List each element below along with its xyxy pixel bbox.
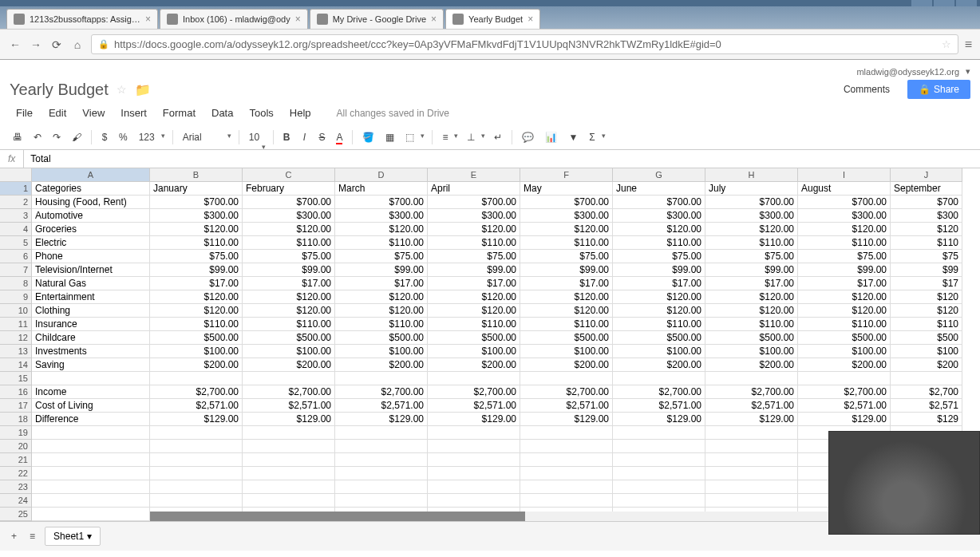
select-all-corner[interactable] (0, 168, 32, 182)
row-header[interactable]: 15 (0, 372, 32, 385)
forward-button[interactable]: → (29, 38, 43, 52)
empty-cell[interactable] (520, 467, 613, 480)
empty-cell[interactable] (428, 440, 520, 453)
row-header[interactable]: 16 (0, 385, 32, 399)
data-cell[interactable]: $120.00 (150, 290, 243, 304)
data-cell[interactable]: $300 (891, 209, 962, 223)
row-header[interactable]: 24 (0, 494, 32, 508)
data-cell[interactable]: $129.00 (243, 413, 335, 426)
data-cell[interactable]: $120.00 (428, 223, 520, 236)
data-cell[interactable]: Income (32, 385, 150, 399)
data-cell[interactable]: $129 (891, 413, 962, 426)
data-cell[interactable]: $17.00 (613, 277, 705, 290)
data-cell[interactable]: $17.00 (243, 277, 335, 290)
empty-cell[interactable] (150, 480, 243, 494)
strike-icon[interactable]: S (314, 128, 330, 146)
data-cell[interactable]: $110.00 (428, 318, 520, 331)
empty-cell[interactable] (243, 453, 335, 467)
url-bar[interactable]: 🔒 https://docs.google.com/a/odysseyk12.o… (91, 34, 958, 54)
empty-cell[interactable] (520, 453, 613, 467)
data-cell[interactable]: $700.00 (705, 196, 798, 209)
row-header[interactable]: 21 (0, 453, 32, 467)
row-header[interactable]: 23 (0, 480, 32, 494)
col-header[interactable]: E (428, 168, 520, 182)
header-cell[interactable]: June (613, 182, 705, 196)
empty-cell[interactable] (150, 426, 243, 440)
data-cell[interactable]: $300.00 (798, 209, 891, 223)
data-cell[interactable]: $2,700.00 (520, 385, 613, 399)
data-cell[interactable]: $120.00 (520, 290, 613, 304)
menu-view[interactable]: View (76, 104, 111, 122)
data-cell[interactable]: $110.00 (428, 236, 520, 250)
data-cell[interactable]: Difference (32, 413, 150, 426)
empty-cell[interactable] (428, 453, 520, 467)
data-cell[interactable] (891, 372, 962, 385)
data-cell[interactable] (705, 372, 798, 385)
data-cell[interactable]: $100.00 (613, 345, 705, 358)
data-cell[interactable] (32, 372, 150, 385)
data-cell[interactable]: $500.00 (150, 331, 243, 345)
data-cell[interactable]: $129.00 (150, 413, 243, 426)
empty-cell[interactable] (150, 467, 243, 480)
row-header[interactable]: 8 (0, 277, 32, 290)
data-cell[interactable]: $500.00 (243, 331, 335, 345)
data-cell[interactable]: $17.00 (150, 277, 243, 290)
data-cell[interactable]: $2,571.00 (335, 399, 428, 413)
data-cell[interactable]: $75.00 (335, 250, 428, 263)
data-cell[interactable]: $700.00 (335, 196, 428, 209)
data-cell[interactable]: $110.00 (705, 236, 798, 250)
row-header[interactable]: 13 (0, 345, 32, 358)
data-cell[interactable]: $500.00 (520, 331, 613, 345)
account-email[interactable]: mladwig@odysseyk12.org (856, 67, 959, 77)
row-header[interactable]: 22 (0, 467, 32, 480)
data-cell[interactable]: $700.00 (613, 196, 705, 209)
formula-input[interactable]: Total (24, 150, 980, 168)
add-sheet-button[interactable]: + (8, 527, 20, 545)
filter-icon[interactable]: ▼ (563, 128, 583, 146)
data-cell[interactable]: $120 (891, 290, 962, 304)
data-cell[interactable]: $120.00 (335, 304, 428, 318)
row-header[interactable]: 7 (0, 263, 32, 277)
data-cell[interactable]: $2,700.00 (150, 385, 243, 399)
header-cell[interactable]: March (335, 182, 428, 196)
data-cell[interactable]: $110 (891, 236, 962, 250)
browser-tab[interactable]: Inbox (106) - mladwig@ody × (160, 9, 308, 29)
data-cell[interactable]: $700.00 (428, 196, 520, 209)
empty-cell[interactable] (520, 440, 613, 453)
data-cell[interactable]: $100.00 (705, 345, 798, 358)
data-cell[interactable]: Childcare (32, 331, 150, 345)
data-cell[interactable]: $300.00 (613, 209, 705, 223)
chrome-menu-icon[interactable]: ≡ (965, 38, 972, 52)
data-cell[interactable]: $110.00 (150, 236, 243, 250)
empty-cell[interactable] (428, 426, 520, 440)
data-cell[interactable]: $500.00 (428, 331, 520, 345)
data-cell[interactable]: Phone (32, 250, 150, 263)
col-header[interactable]: I (798, 168, 891, 182)
empty-cell[interactable] (428, 480, 520, 494)
data-cell[interactable]: $120.00 (335, 290, 428, 304)
data-cell[interactable]: Television/Internet (32, 263, 150, 277)
data-cell[interactable]: $500.00 (335, 331, 428, 345)
data-cell[interactable]: $200.00 (243, 358, 335, 372)
data-cell[interactable]: $300.00 (520, 209, 613, 223)
data-cell[interactable]: $110.00 (613, 318, 705, 331)
header-cell[interactable]: Categories (32, 182, 150, 196)
row-header[interactable]: 19 (0, 426, 32, 440)
data-cell[interactable]: $500.00 (705, 331, 798, 345)
data-cell[interactable]: $99.00 (428, 263, 520, 277)
insert-comment-icon[interactable]: 💬 (517, 128, 539, 146)
data-cell[interactable]: $2,700.00 (428, 385, 520, 399)
data-cell[interactable]: $2,571.00 (798, 399, 891, 413)
col-header[interactable]: F (520, 168, 613, 182)
font-size-select[interactable]: 10 (244, 130, 268, 144)
empty-cell[interactable] (32, 426, 150, 440)
data-cell[interactable]: $120.00 (705, 223, 798, 236)
share-button[interactable]: 🔒 Share (907, 80, 970, 99)
maximize-button[interactable] (934, 0, 954, 6)
empty-cell[interactable] (428, 494, 520, 508)
data-cell[interactable]: $120.00 (613, 223, 705, 236)
row-header[interactable]: 1 (0, 182, 32, 196)
empty-cell[interactable] (428, 467, 520, 480)
data-cell[interactable] (243, 372, 335, 385)
data-cell[interactable]: $17.00 (520, 277, 613, 290)
